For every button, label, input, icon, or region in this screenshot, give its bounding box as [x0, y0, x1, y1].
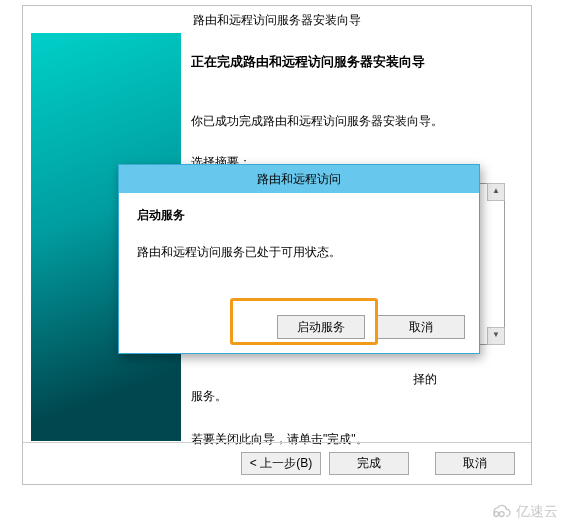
wizard-tail-line-partial: xxxxxxxxxxxxxxxxxxxxxxxxxxxxxxxxxxxxx择的 — [191, 371, 523, 388]
wizard-button-bar: < 上一步(B) 完成 取消 — [23, 442, 531, 484]
dialog-buttons: 启动服务 取消 — [277, 315, 465, 339]
dialog-cancel-button[interactable]: 取消 — [377, 315, 465, 339]
dialog-heading: 启动服务 — [137, 207, 461, 224]
start-service-button[interactable]: 启动服务 — [277, 315, 365, 339]
wizard-titlebar: 路由和远程访问服务器安装向导 — [23, 6, 531, 32]
svg-point-0 — [494, 512, 499, 517]
wizard-success-message: 你已成功完成路由和远程访问服务器安装向导。 — [191, 113, 523, 130]
wizard-heading: 正在完成路由和远程访问服务器安装向导 — [191, 53, 523, 71]
watermark-text: 亿速云 — [516, 503, 558, 521]
cloud-icon — [490, 503, 512, 521]
scroll-down-button[interactable]: ▼ — [487, 327, 505, 345]
finish-button[interactable]: 完成 — [329, 452, 409, 475]
dialog-titlebar: 路由和远程访问 — [119, 165, 479, 193]
wizard-tail-line: 服务。 — [191, 388, 523, 405]
scroll-up-button[interactable]: ▲ — [487, 183, 505, 201]
start-service-dialog: 路由和远程访问 启动服务 路由和远程访问服务已处于可用状态。 启动服务 取消 — [118, 164, 480, 354]
cancel-button[interactable]: 取消 — [435, 452, 515, 475]
dialog-body: 启动服务 路由和远程访问服务已处于可用状态。 — [119, 193, 479, 261]
dialog-message: 路由和远程访问服务已处于可用状态。 — [137, 244, 461, 261]
back-button[interactable]: < 上一步(B) — [241, 452, 321, 475]
watermark: 亿速云 — [490, 503, 558, 521]
svg-point-1 — [499, 512, 504, 517]
